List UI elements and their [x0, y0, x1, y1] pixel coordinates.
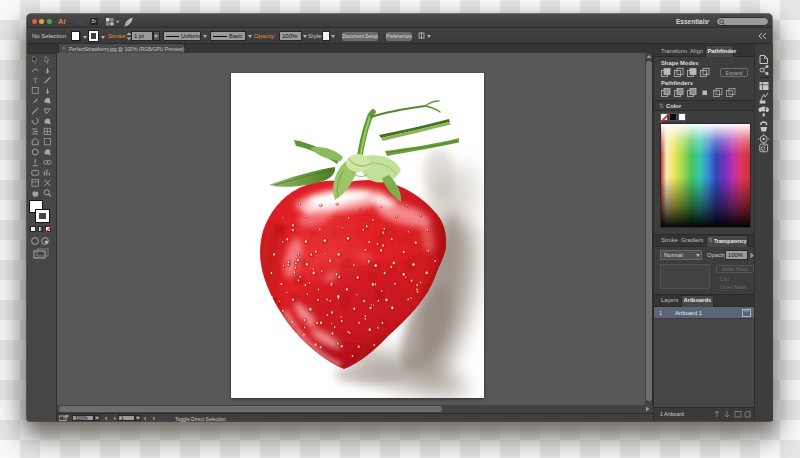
- svg-text:T: T: [33, 77, 37, 84]
